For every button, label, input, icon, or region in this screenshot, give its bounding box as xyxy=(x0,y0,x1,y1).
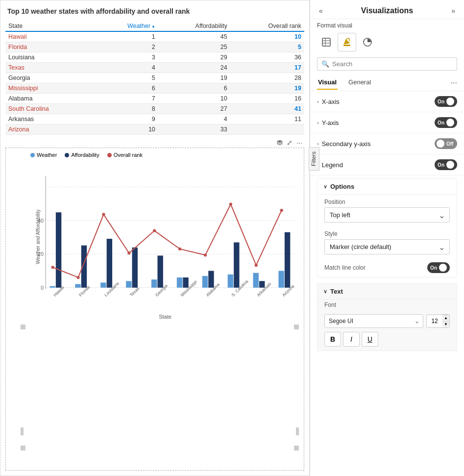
x-axis-toggle[interactable]: On xyxy=(435,96,457,107)
style-select-wrapper[interactable]: Marker (circle default) xyxy=(324,239,450,254)
options-header[interactable]: ∨ Options xyxy=(317,179,457,195)
text-format-row: B I U xyxy=(317,330,457,351)
underline-button[interactable]: U xyxy=(362,332,378,347)
font-size-down[interactable]: ▼ xyxy=(442,321,449,327)
table-row: Mississippi 6 6 19 xyxy=(5,83,304,94)
match-line-row: Match line color On xyxy=(317,258,457,277)
secondary-y-toggle[interactable]: Off xyxy=(435,138,457,149)
x-axis-label: X-axis xyxy=(322,98,435,105)
col-affordability: Affordability xyxy=(158,21,230,31)
svg-point-30 xyxy=(102,213,105,216)
collapse-chevron[interactable]: « xyxy=(317,6,325,16)
table-row: Arizona 10 33 xyxy=(5,125,304,135)
table-cell-state: Mississippi xyxy=(5,83,94,94)
resize-handle-ml[interactable] xyxy=(21,427,24,435)
style-select[interactable]: Marker (circle default) xyxy=(324,239,450,254)
tab-general[interactable]: General xyxy=(347,75,372,90)
font-size-input[interactable] xyxy=(427,316,442,326)
font-size-box[interactable]: ▲ ▼ xyxy=(426,314,450,328)
resize-handle-bl[interactable] xyxy=(21,446,25,451)
italic-button[interactable]: I xyxy=(343,332,360,347)
match-line-label: Match line color xyxy=(324,264,366,271)
filter-icon[interactable]: ⛃ xyxy=(277,139,283,147)
bold-button[interactable]: B xyxy=(324,332,341,347)
table-cell-state: Hawaii xyxy=(5,31,94,42)
table-cell-weather: 10 xyxy=(94,125,158,135)
table-cell-affordability: 29 xyxy=(158,52,230,63)
svg-rect-15 xyxy=(132,248,138,288)
tab-more[interactable]: ··· xyxy=(451,78,457,87)
legend-overall: Overall rank xyxy=(107,152,143,158)
section-secondary-y[interactable]: › Secondary y-axis Off xyxy=(310,133,464,154)
resize-handle-tr[interactable] xyxy=(294,325,299,329)
legend-label-weather: Weather xyxy=(37,152,57,158)
chart-svg: 0 20 40 xyxy=(30,161,300,313)
table-cell-affordability: 45 xyxy=(158,31,230,42)
svg-point-29 xyxy=(76,276,79,279)
y-axis-label: Weather and Affordability xyxy=(35,209,41,264)
position-select[interactable]: Top left xyxy=(324,207,450,223)
icon-toolbar xyxy=(310,31,464,55)
col-weather[interactable]: Weather ▲ xyxy=(94,21,158,31)
analytics-icon-btn[interactable] xyxy=(358,33,377,51)
right-panel: « Visualizations » Format visual xyxy=(310,0,464,476)
svg-rect-23 xyxy=(234,242,239,287)
svg-rect-17 xyxy=(157,255,163,287)
font-size-arrows: ▲ ▼ xyxy=(442,315,449,327)
col-overall: Overall rank xyxy=(230,21,304,31)
legend-label-overall: Overall rank xyxy=(114,152,143,158)
svg-rect-18 xyxy=(177,277,182,288)
y-axis-toggle[interactable]: On xyxy=(435,117,457,128)
table-cell-affordability: 10 xyxy=(158,94,230,104)
table-row: Louisiana 3 29 36 xyxy=(5,52,304,63)
svg-rect-10 xyxy=(75,284,80,288)
options-title: Options xyxy=(330,183,354,190)
table-row: Florida 2 25 5 xyxy=(5,42,304,52)
table-row: Alabama 7 10 16 xyxy=(5,94,304,104)
font-row: Segoe UI ▲ ▼ xyxy=(317,310,457,330)
table-cell-overall: 41 xyxy=(230,104,304,114)
style-label: Style xyxy=(324,230,450,237)
tab-visual[interactable]: Visual xyxy=(317,75,338,90)
svg-rect-27 xyxy=(285,232,290,288)
expand-chevron[interactable]: » xyxy=(449,6,457,16)
svg-rect-24 xyxy=(253,273,259,288)
secondary-y-toggle-circle xyxy=(437,140,444,148)
position-select-wrapper[interactable]: Top left xyxy=(324,207,450,223)
section-x-axis[interactable]: › X-axis On xyxy=(310,91,464,112)
search-box[interactable]: 🔍 xyxy=(317,57,457,71)
font-select[interactable]: Segoe UI xyxy=(324,314,423,328)
font-size-up[interactable]: ▲ xyxy=(442,315,449,321)
table-cell-affordability: 27 xyxy=(158,104,230,114)
legend-toggle[interactable]: On xyxy=(435,159,457,170)
match-line-toggle[interactable]: On xyxy=(427,262,450,273)
text-chevron: ∨ xyxy=(323,288,327,295)
secondary-y-label: Secondary y-axis xyxy=(322,140,435,148)
section-y-axis[interactable]: › Y-axis On xyxy=(310,112,464,133)
svg-rect-22 xyxy=(228,275,233,288)
format-visual-icon-btn[interactable] xyxy=(338,33,356,51)
table-view-icon-btn[interactable] xyxy=(317,33,336,51)
resize-handle-mr[interactable] xyxy=(296,427,299,435)
col-state: State xyxy=(5,21,94,31)
table-cell-overall: 10 xyxy=(230,31,304,42)
svg-rect-52 xyxy=(343,45,350,46)
table-cell-affordability: 33 xyxy=(158,125,230,135)
svg-rect-48 xyxy=(322,38,330,46)
svg-rect-12 xyxy=(100,282,106,287)
section-legend[interactable]: › Legend On xyxy=(310,154,464,175)
resize-handle-br[interactable] xyxy=(294,446,299,451)
table-cell-weather: 2 xyxy=(94,42,158,52)
text-section-header[interactable]: ∨ Text xyxy=(317,284,457,300)
more-icon[interactable]: ··· xyxy=(296,139,302,147)
legend-toggle-text: On xyxy=(438,162,444,168)
options-chevron: ∨ xyxy=(323,183,327,190)
font-select-wrapper[interactable]: Segoe UI xyxy=(324,314,423,328)
resize-handle-tl[interactable] xyxy=(21,325,25,329)
legend-dot-affordability xyxy=(65,153,69,157)
expand-icon[interactable]: ⤢ xyxy=(287,139,293,147)
filters-tab[interactable]: Filters xyxy=(309,147,319,171)
chart-legend: Weather Affordability Overall rank xyxy=(30,152,300,158)
search-input[interactable] xyxy=(332,60,453,68)
table-cell-overall: 11 xyxy=(230,114,304,125)
